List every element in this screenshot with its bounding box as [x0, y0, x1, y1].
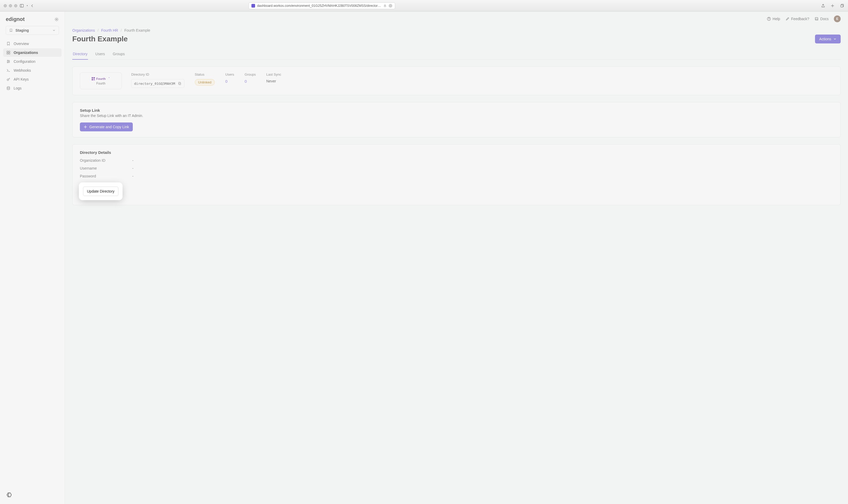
- svg-point-9: [7, 60, 8, 61]
- directory-details-card: Directory Details Organization ID - User…: [72, 144, 841, 205]
- setup-link-subtitle: Share the Setup Link with an IT Admin.: [80, 113, 833, 118]
- chevron-down-icon: [833, 37, 836, 40]
- docs-link[interactable]: Docs: [814, 17, 829, 21]
- provider-tile: Fourth Fourth: [80, 72, 122, 89]
- tab-groups[interactable]: Groups: [113, 49, 125, 59]
- browser-chrome: ▾ dashboard.workos.com/environment_01G25…: [0, 0, 848, 12]
- actions-button[interactable]: Actions: [815, 35, 841, 43]
- svg-text:Fourth: Fourth: [97, 77, 106, 80]
- status-badge: Unlinked: [195, 79, 215, 86]
- breadcrumb-parent[interactable]: Fourth HR: [101, 28, 118, 33]
- dir-id-value: directory_01GQ3MAH3M: [134, 82, 175, 86]
- detail-row: Username -: [80, 166, 833, 170]
- dir-id-field: directory_01GQ3MAH3M: [131, 79, 184, 88]
- environment-label: Staging: [15, 28, 29, 33]
- help-label: Help: [773, 17, 780, 21]
- users-count[interactable]: 0: [225, 79, 234, 84]
- svg-rect-8: [8, 53, 10, 54]
- detail-value: -: [132, 174, 134, 178]
- feedback-label: Feedback?: [791, 17, 809, 21]
- svg-rect-21: [179, 83, 181, 85]
- svg-rect-6: [8, 51, 10, 52]
- breadcrumb-root[interactable]: Organizations: [72, 28, 95, 33]
- tabs: Directory Users Groups: [72, 49, 841, 60]
- detail-value: -: [132, 166, 134, 170]
- svg-rect-22: [178, 82, 180, 84]
- sidebar-item-label: Logs: [14, 86, 21, 90]
- help-link[interactable]: Help: [767, 17, 780, 21]
- generate-link-button[interactable]: Generate and Copy Link: [80, 123, 133, 131]
- maximize-window-icon[interactable]: [14, 4, 17, 7]
- sidebar-item-configuration[interactable]: Configuration: [3, 57, 62, 66]
- actions-label: Actions: [819, 37, 831, 41]
- sidebar-item-label: Webhooks: [14, 68, 31, 72]
- sidebar-item-logs[interactable]: Logs: [3, 84, 62, 92]
- update-directory-button[interactable]: Update Directory: [83, 186, 118, 196]
- last-sync-label: Last Sync: [266, 72, 281, 76]
- pencil-icon: [785, 17, 790, 21]
- key-icon: [6, 77, 11, 82]
- back-icon[interactable]: [30, 3, 35, 8]
- provider-name: Fourth: [97, 82, 106, 85]
- avatar[interactable]: E: [834, 15, 841, 22]
- sidebar: edignot Staging Overview: [0, 12, 65, 504]
- svg-rect-18: [93, 79, 95, 80]
- plus-icon: [84, 125, 87, 129]
- avatar-initial: E: [836, 17, 838, 21]
- sidebar-item-overview[interactable]: Overview: [3, 39, 62, 48]
- environment-select[interactable]: Staging: [6, 26, 59, 35]
- svg-point-10: [9, 61, 10, 62]
- detail-row: Organization ID -: [80, 158, 833, 162]
- update-directory-highlight: Update Directory: [80, 183, 122, 199]
- url-text: dashboard.workos.com/environment_01G25ZH…: [257, 4, 381, 7]
- svg-rect-16: [93, 77, 95, 78]
- minimize-window-icon[interactable]: [9, 4, 12, 7]
- grid-icon: [6, 51, 11, 55]
- sidebar-toggle-icon[interactable]: [19, 3, 24, 8]
- close-window-icon[interactable]: [4, 4, 7, 7]
- svg-rect-3: [841, 5, 843, 7]
- tab-users[interactable]: Users: [95, 49, 106, 59]
- detail-label: Password: [80, 174, 132, 178]
- svg-point-11: [7, 62, 8, 63]
- detail-row: Password -: [80, 174, 833, 178]
- topbar: Help Feedback? Docs E: [65, 12, 848, 26]
- gear-icon[interactable]: [54, 17, 59, 22]
- sidebar-item-organizations[interactable]: Organizations: [3, 49, 62, 57]
- svg-rect-5: [7, 51, 8, 52]
- detail-value: -: [132, 158, 134, 162]
- chevron-down-icon[interactable]: ▾: [27, 4, 28, 7]
- copy-icon[interactable]: [178, 82, 181, 85]
- detail-label: Username: [80, 166, 132, 170]
- main-content: Help Feedback? Docs E Organizations / Fo…: [65, 12, 848, 504]
- generate-link-label: Generate and Copy Link: [89, 125, 129, 129]
- feedback-link[interactable]: Feedback?: [785, 17, 809, 21]
- svg-rect-7: [7, 53, 8, 54]
- site-favicon-icon: [252, 4, 255, 7]
- url-bar[interactable]: dashboard.workos.com/environment_01G25ZH…: [248, 2, 395, 9]
- groups-count[interactable]: 0: [245, 79, 256, 84]
- tab-directory[interactable]: Directory: [72, 49, 88, 60]
- groups-label: Groups: [245, 72, 256, 76]
- sidebar-item-label: Overview: [14, 42, 29, 46]
- detail-label: Organization ID: [80, 158, 132, 162]
- svg-point-20: [109, 77, 109, 78]
- share-icon[interactable]: [821, 3, 826, 8]
- more-icon[interactable]: [388, 4, 392, 7]
- summary-card: Fourth Fourth Directory ID directory_01G…: [72, 67, 841, 95]
- svg-rect-2: [384, 5, 386, 7]
- new-tab-icon[interactable]: [830, 3, 835, 8]
- sidebar-item-label: API Keys: [14, 77, 29, 82]
- breadcrumb-separator: /: [121, 28, 122, 33]
- sidebar-item-label: Configuration: [14, 59, 35, 64]
- tabs-icon[interactable]: [840, 3, 844, 8]
- page-title: Fourth Example: [72, 35, 128, 43]
- sliders-icon: [6, 59, 11, 64]
- sidebar-item-label: Organizations: [14, 51, 38, 55]
- sidebar-item-webhooks[interactable]: Webhooks: [3, 66, 62, 75]
- svg-point-13: [7, 87, 10, 88]
- sidebar-item-api-keys[interactable]: API Keys: [3, 75, 62, 84]
- status-label: Status: [195, 72, 215, 76]
- docs-label: Docs: [820, 17, 829, 21]
- chevron-down-icon: [52, 29, 55, 32]
